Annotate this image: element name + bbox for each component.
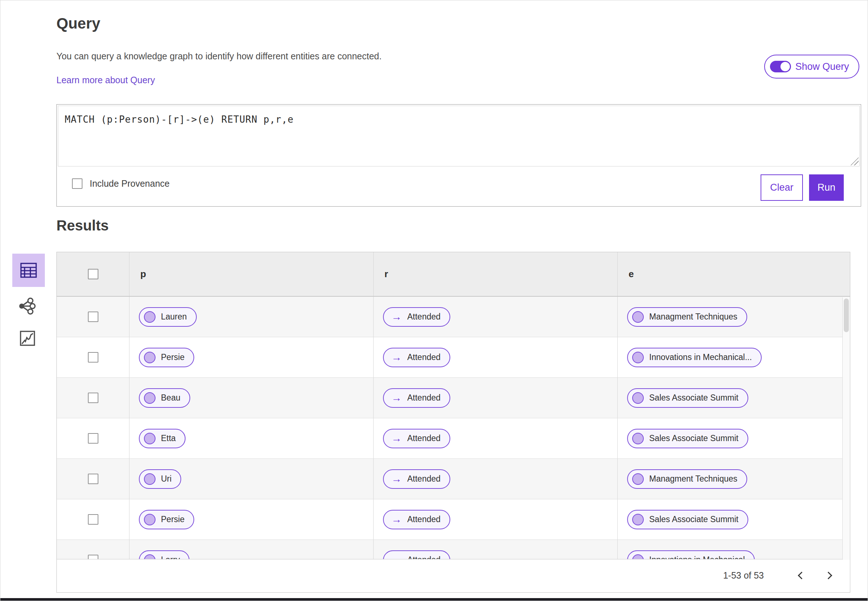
entity-node-icon: [632, 352, 644, 363]
entity-node-icon: [632, 392, 644, 404]
chevron-right-icon: [824, 572, 832, 579]
results-section-title: Results: [56, 217, 109, 234]
toggle-on-icon[interactable]: [770, 61, 791, 72]
entity-label: Sales Associate Summit: [649, 393, 739, 403]
query-input[interactable]: MATCH (p:Person)-[r]->(e) RETURN p,r,e: [58, 106, 860, 166]
learn-more-link[interactable]: Learn more about Query: [56, 75, 155, 85]
row-checkbox[interactable]: [88, 514, 98, 525]
include-provenance-checkbox[interactable]: [72, 178, 82, 189]
entity-pill[interactable]: Sales Associate Summit: [627, 510, 748, 529]
scrollbar-thumb[interactable]: [844, 299, 849, 332]
relation-label: Attended: [407, 514, 440, 524]
network-nodes-icon: [18, 296, 37, 315]
chevron-left-icon: [798, 572, 805, 579]
entity-pill[interactable]: Persie: [139, 348, 194, 367]
entity-pill[interactable]: Etta: [139, 429, 186, 448]
relation-pill[interactable]: →Attended: [383, 510, 450, 529]
entity-pill[interactable]: Managment Techniques: [627, 307, 747, 327]
view-switch-chart[interactable]: [19, 329, 36, 347]
relation-label: Attended: [407, 474, 440, 484]
row-checkbox[interactable]: [88, 311, 98, 322]
window-bottom-edge: [0, 598, 868, 601]
entity-pill[interactable]: Larry: [139, 550, 189, 560]
entity-label: Managment Techniques: [649, 312, 737, 322]
table-row: Uri →Attended Managment Techniques: [57, 459, 850, 499]
app-window: Query You can query a knowledge graph to…: [0, 0, 868, 601]
query-description: You can query a knowledge graph to ident…: [56, 51, 382, 61]
relation-label: Attended: [407, 393, 440, 403]
entity-node-icon: [144, 554, 155, 560]
row-checkbox[interactable]: [88, 393, 98, 403]
column-header-r[interactable]: r: [374, 268, 388, 280]
table-scrollbar[interactable]: [842, 297, 850, 560]
include-provenance-label: Include Provenance: [90, 178, 170, 189]
include-provenance-row: Include Provenance: [72, 178, 170, 189]
entity-label: Innovations in Mechanical...: [649, 352, 752, 362]
table-footer: 1-53 of 53: [57, 559, 850, 592]
entity-label: Sales Associate Summit: [649, 514, 739, 524]
entity-label: Uri: [161, 474, 171, 484]
entity-label: Innovations in Mechanical: [649, 555, 745, 559]
relation-pill[interactable]: →Attended: [383, 307, 450, 327]
relation-pill[interactable]: →Attended: [383, 550, 450, 560]
entity-pill[interactable]: Uri: [139, 469, 181, 489]
table-row: Persie →Attended Innovations in Mechanic…: [57, 337, 850, 378]
relation-label: Attended: [407, 352, 440, 362]
pagination-range: 1-53 of 53: [723, 570, 764, 581]
table-header-row: p r e: [57, 252, 850, 297]
entity-label: Etta: [161, 433, 176, 443]
relation-label: Attended: [407, 312, 440, 322]
table-icon: [20, 262, 37, 279]
entity-label: Lauren: [161, 312, 187, 322]
clear-button[interactable]: Clear: [761, 174, 803, 201]
entity-node-icon: [144, 433, 155, 444]
next-page-button[interactable]: [821, 567, 838, 584]
column-header-p[interactable]: p: [129, 268, 146, 280]
row-checkbox[interactable]: [88, 555, 98, 559]
entity-pill[interactable]: Innovations in Mechanical...: [627, 348, 762, 367]
view-switch-graph[interactable]: [18, 296, 37, 315]
row-checkbox[interactable]: [88, 352, 98, 363]
relation-pill[interactable]: →Attended: [383, 348, 450, 367]
entity-node-icon: [144, 473, 155, 485]
entity-pill[interactable]: Sales Associate Summit: [627, 429, 748, 448]
arrow-right-icon: →: [391, 352, 402, 363]
relation-pill[interactable]: →Attended: [383, 429, 450, 448]
entity-node-icon: [632, 433, 644, 444]
entity-pill[interactable]: Managment Techniques: [627, 469, 747, 489]
chart-box-icon: [19, 330, 36, 347]
row-checkbox[interactable]: [88, 433, 98, 444]
query-section-title: Query: [56, 15, 100, 32]
results-table: p r e Lauren →Attended Managment Techniq…: [56, 252, 850, 593]
previous-page-button[interactable]: [792, 567, 809, 584]
entity-pill[interactable]: Persie: [139, 510, 194, 529]
arrow-right-icon: →: [391, 433, 402, 444]
entity-label: Larry: [161, 555, 180, 559]
entity-node-icon: [632, 514, 644, 525]
entity-node-icon: [144, 392, 155, 404]
entity-pill[interactable]: Lauren: [139, 307, 197, 327]
resize-handle-icon[interactable]: [851, 157, 859, 165]
run-button[interactable]: Run: [809, 174, 844, 201]
entity-pill[interactable]: Sales Associate Summit: [627, 388, 748, 408]
table-row: Larry →Attended Innovations in Mechanica…: [57, 540, 850, 559]
show-query-toggle[interactable]: Show Query: [764, 55, 859, 79]
select-all-checkbox[interactable]: [88, 269, 98, 279]
arrow-right-icon: →: [391, 393, 402, 403]
column-header-e[interactable]: e: [618, 268, 633, 280]
entity-pill[interactable]: Beau: [139, 388, 190, 408]
entity-node-icon: [144, 352, 155, 363]
entity-label: Persie: [161, 352, 184, 362]
show-query-label: Show Query: [795, 61, 849, 72]
view-switch-table[interactable]: [12, 254, 45, 287]
entity-pill[interactable]: Innovations in Mechanical: [627, 550, 755, 560]
relation-pill[interactable]: →Attended: [383, 388, 450, 408]
query-editor-panel: MATCH (p:Person)-[r]->(e) RETURN p,r,e I…: [56, 104, 861, 207]
entity-node-icon: [632, 311, 644, 323]
relation-label: Attended: [407, 433, 440, 443]
relation-pill[interactable]: →Attended: [383, 469, 450, 489]
table-row: Etta →Attended Sales Associate Summit: [57, 418, 850, 459]
entity-node-icon: [144, 311, 155, 323]
table-row: Lauren →Attended Managment Techniques: [57, 297, 850, 337]
row-checkbox[interactable]: [88, 474, 98, 484]
